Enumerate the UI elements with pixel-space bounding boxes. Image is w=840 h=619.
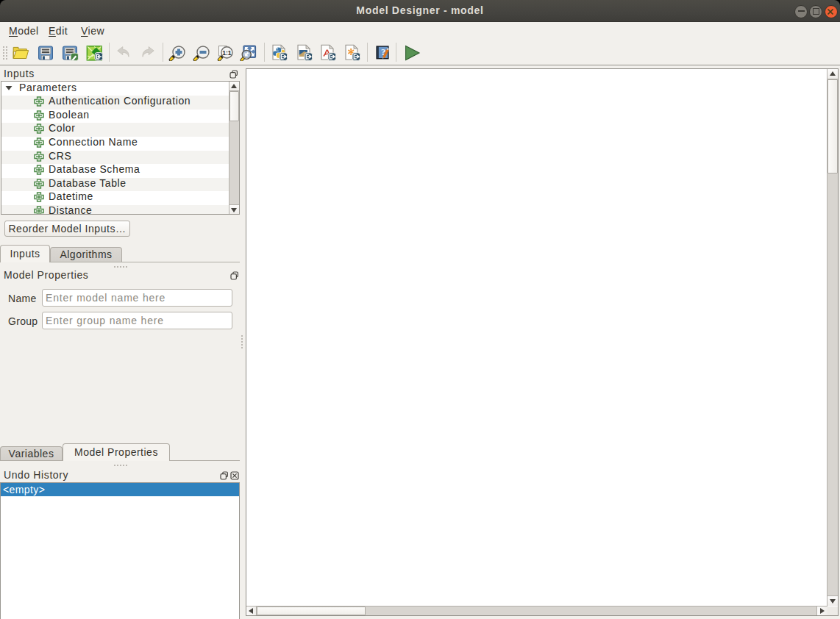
svg-text:1:1: 1:1 — [222, 49, 232, 57]
